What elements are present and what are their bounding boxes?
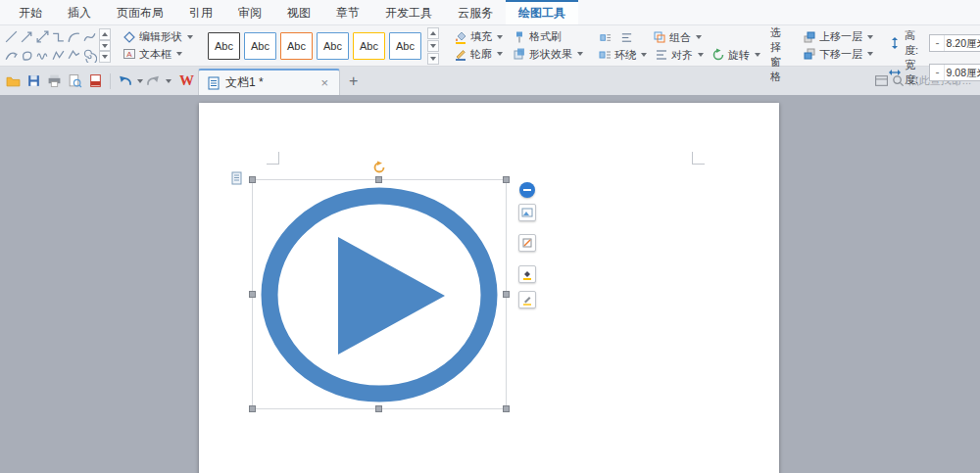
resize-handle-bottom-left[interactable] (249, 405, 256, 412)
tab-view[interactable]: 视图 (274, 0, 323, 24)
group-button[interactable]: 组合 (649, 28, 706, 46)
resize-handle-bottom-right[interactable] (503, 405, 510, 412)
tab-references[interactable]: 引用 (176, 0, 225, 24)
tab-review[interactable]: 审阅 (225, 0, 274, 24)
styles-more-icon[interactable] (427, 53, 439, 65)
tab-page-layout[interactable]: 页面布局 (104, 0, 176, 24)
margin-mark-top-left (267, 152, 279, 165)
fill-color-button[interactable] (518, 265, 536, 283)
wrap-button[interactable]: 环绕 (594, 46, 651, 64)
resize-handle-middle-left[interactable] (249, 291, 256, 298)
shape-style-preset[interactable]: Abc (208, 32, 240, 60)
shape-double-arrow-icon[interactable] (35, 27, 50, 45)
shape-curve-icon[interactable] (67, 27, 81, 45)
shape-selection[interactable] (253, 180, 506, 408)
open-file-icon[interactable] (4, 71, 23, 91)
save-icon[interactable] (24, 71, 43, 91)
tab-drawing-tools[interactable]: 绘图工具 (506, 0, 578, 24)
tab-insert[interactable]: 插入 (55, 0, 104, 24)
redo-dropdown-icon[interactable] (166, 79, 172, 83)
document-tab[interactable]: 文档1 * × (198, 69, 340, 95)
change-shape-icon (521, 237, 533, 249)
arrange-group: 组合 环绕 对齐 旋转 (594, 26, 764, 65)
chevron-down-icon (755, 53, 760, 57)
align-quick-button[interactable] (615, 28, 637, 46)
document-canvas[interactable] (0, 95, 980, 473)
outline-color-button[interactable] (518, 291, 536, 308)
close-tab-icon[interactable]: × (318, 76, 330, 89)
layout-options-button[interactable] (518, 204, 536, 221)
undo-dropdown-icon[interactable] (137, 79, 143, 83)
print-icon[interactable] (45, 71, 64, 91)
fill-button[interactable]: 填充 (450, 28, 507, 46)
shape-closed-freeform-icon[interactable] (20, 46, 34, 64)
shape-style-preset[interactable]: Abc (280, 32, 313, 60)
shape-freeform-icon[interactable] (67, 46, 81, 64)
shape-style-preset[interactable]: Abc (353, 32, 385, 60)
document-icon (208, 76, 220, 89)
rotate-button[interactable]: 旋转 (708, 46, 764, 64)
resize-handle-top-left[interactable] (249, 176, 256, 183)
height-decrease-button[interactable]: - (930, 35, 944, 51)
align-button[interactable]: 对齐 (651, 46, 708, 64)
shape-elbow-connector-icon[interactable] (51, 27, 66, 45)
chevron-down-icon (497, 35, 503, 39)
gallery-down-icon[interactable] (99, 40, 111, 52)
tab-section[interactable]: 章节 (323, 0, 372, 24)
tab-cloud-services[interactable]: 云服务 (445, 0, 506, 24)
fill-icon (454, 30, 467, 44)
shape-style-preset[interactable]: Abc (317, 32, 349, 60)
height-value[interactable]: 8.20厘米 (944, 35, 980, 51)
shape-effects-button[interactable]: 形状效果 (509, 46, 587, 64)
text-box-icon: A (122, 47, 136, 61)
format-painter-button[interactable]: 格式刷 (509, 28, 587, 46)
styles-down-icon[interactable] (427, 40, 439, 52)
send-backward-button[interactable]: 下移一层 (799, 46, 877, 64)
fill-label: 填充 (470, 29, 492, 44)
chevron-down-icon (867, 35, 873, 39)
bring-forward-button[interactable]: 上移一层 (799, 28, 877, 46)
shape-scribble-icon[interactable] (35, 46, 50, 64)
document-tab-label: 文档1 * (225, 74, 313, 91)
change-shape-button[interactable] (518, 234, 536, 252)
resize-handle-top-right[interactable] (503, 176, 510, 183)
redo-icon[interactable] (144, 71, 163, 91)
resize-handle-bottom-middle[interactable] (375, 405, 382, 412)
shape-style-preset[interactable]: Abc (389, 32, 421, 60)
outline-icon (454, 47, 467, 61)
fill-color-icon (521, 268, 533, 280)
resize-handle-top-middle[interactable] (375, 176, 382, 183)
collapse-side-buttons-button[interactable] (519, 182, 535, 198)
play-button-shape[interactable] (253, 180, 506, 408)
shape-s-curve-icon[interactable] (82, 27, 97, 45)
new-tab-button[interactable]: + (340, 73, 367, 89)
tab-start[interactable]: 开始 (6, 0, 55, 24)
selection-pane-button[interactable]: 选择窗格 (764, 26, 792, 65)
shape-spiral-icon[interactable] (82, 46, 97, 64)
width-label: 宽度: (905, 58, 926, 87)
outline-button[interactable]: 轮廓 (450, 46, 507, 64)
width-stepper: - 9.08厘米 + (929, 64, 980, 81)
gallery-more-icon[interactable] (99, 51, 111, 63)
export-pdf-icon[interactable] (86, 71, 105, 91)
styles-up-icon[interactable] (427, 27, 439, 39)
play-triangle-shape[interactable] (338, 237, 445, 355)
shape-arrow-icon[interactable] (20, 27, 34, 45)
resize-handle-middle-right[interactable] (503, 291, 510, 298)
undo-icon[interactable] (116, 71, 134, 91)
width-decrease-button[interactable]: - (930, 65, 944, 80)
shape-style-preset[interactable]: Abc (244, 32, 276, 60)
text-box-button[interactable]: A 文本框 (119, 46, 197, 64)
shape-curved-arrow-icon[interactable] (4, 46, 19, 64)
wrap-quick-button[interactable] (594, 28, 615, 46)
rotate-icon (711, 48, 725, 62)
tab-dev-tools[interactable]: 开发工具 (372, 0, 445, 24)
print-preview-icon[interactable] (66, 71, 84, 91)
gallery-up-icon[interactable] (99, 28, 111, 40)
page[interactable] (199, 103, 779, 473)
width-value[interactable]: 9.08厘米 (944, 65, 980, 80)
shape-line-icon[interactable] (4, 27, 19, 45)
shape-polyline-icon[interactable] (51, 46, 66, 64)
edit-shape-button[interactable]: 编辑形状 (119, 28, 197, 46)
rotate-handle[interactable] (372, 161, 386, 174)
